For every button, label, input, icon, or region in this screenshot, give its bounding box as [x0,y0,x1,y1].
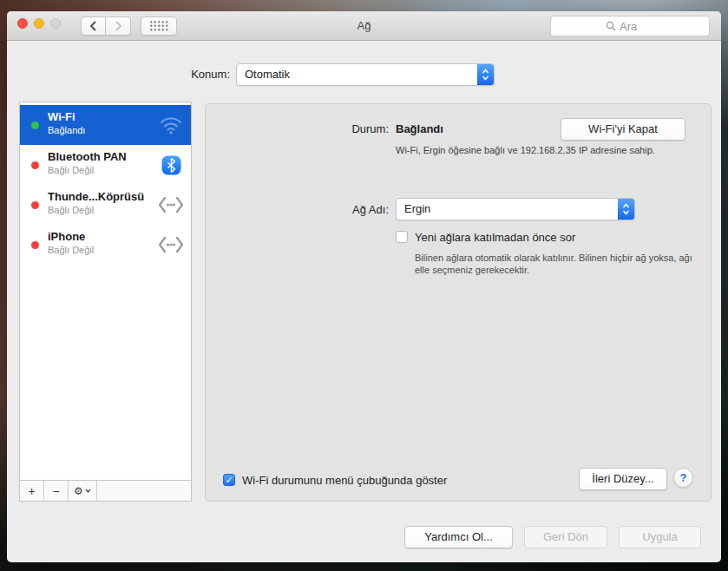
status-value: Bağlandı [396,122,443,135]
service-name: iPhone [48,230,85,243]
advanced-button[interactable]: İleri Düzey... [579,468,667,490]
status-dot-disconnected [31,201,39,209]
network-name-select[interactable]: Ergin [396,198,635,220]
status-dot-connected [31,121,39,129]
status-dot-disconnected [31,241,39,249]
sidebar-item-iphone[interactable]: iPhone Bağlı Değil [20,225,191,265]
ask-to-join-checkbox[interactable] [396,231,408,243]
service-name: Thunde...Köprüsü [48,190,144,203]
service-name: Bluetooth PAN [48,150,127,163]
status-label: Durum: [206,122,389,135]
wifi-icon [158,115,184,135]
status-description: Wi-Fi, Ergin öğesine bağlı ve 192.168.2.… [396,144,695,157]
network-name-label: Ağ Adı: [206,203,389,216]
service-status: Bağlı Değil [48,205,94,215]
show-wifi-in-menubar-checkbox[interactable]: ✓ [223,474,235,486]
turn-wifi-off-button[interactable]: Wi-Fi'yi Kapat [561,118,685,141]
sidebar-toolbar: + − ⚙ [20,480,191,501]
network-preferences-window: Ağ Konum: Otomatik Wi-Fi Bağlandı [7,11,721,562]
location-value: Otomatik [245,64,290,85]
service-status: Bağlı Değil [48,165,94,175]
show-wifi-in-menubar-label: Wi-Fi durumunu menü çubuğunda göster [242,474,447,487]
gear-menu-button[interactable]: ⚙ [69,481,97,501]
sidebar-item-bluetooth-pan[interactable]: Bluetooth PAN Bağlı Değil [20,145,191,185]
search-input[interactable] [620,20,654,33]
status-dot-disconnected [31,161,39,169]
add-service-button[interactable]: + [20,481,44,501]
location-label: Konum: [56,63,230,86]
help-button[interactable]: ? [673,468,693,488]
remove-service-button[interactable]: − [44,481,69,501]
ask-to-join-label: Yeni ağlara katılmadan önce sor [415,231,575,244]
assist-me-button[interactable]: Yardımcı Ol... [404,526,513,548]
location-select[interactable]: Otomatik [236,63,495,86]
sidebar-item-thunderbolt-bridge[interactable]: Thunde...Köprüsü Bağlı Değil [20,185,191,225]
gear-icon: ⚙ [74,485,83,497]
thunderbolt-bridge-icon [158,234,184,255]
wifi-settings-panel: Durum: Bağlandı Wi-Fi'yi Kapat Wi-Fi, Er… [205,103,712,502]
search-field[interactable] [550,16,710,36]
service-name: Wi-Fi [48,110,75,123]
sidebar-item-wifi[interactable]: Wi-Fi Bağlandı [20,105,191,145]
bluetooth-icon [158,154,184,175]
thunderbolt-bridge-icon [158,194,184,215]
revert-button[interactable]: Geri Dön [524,526,607,548]
apply-button[interactable]: Uygula [619,526,701,548]
service-status: Bağlı Değil [48,245,94,255]
stepper-arrows-icon [477,64,494,85]
services-sidebar: Wi-Fi Bağlandı Bluetooth PAN Bağlı Değil [19,102,192,502]
titlebar: Ağ [7,11,721,41]
network-name-value: Ergin [404,199,430,220]
chevron-down-icon [85,489,91,493]
search-icon [606,21,616,31]
stepper-arrows-icon [618,199,634,220]
ask-to-join-helper-text: Bilinen ağlara otomatik olarak katılınır… [415,252,692,276]
services-list: Wi-Fi Bağlandı Bluetooth PAN Bağlı Değil [20,102,191,481]
service-status: Bağlandı [48,125,85,135]
